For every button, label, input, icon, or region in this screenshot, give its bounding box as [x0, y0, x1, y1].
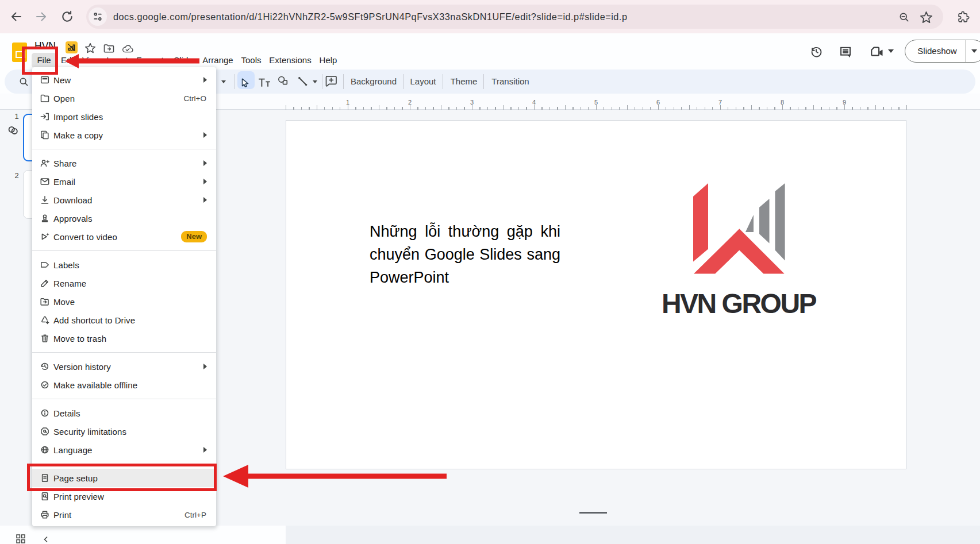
svg-text:HVN GROUP: HVN GROUP: [662, 288, 817, 319]
